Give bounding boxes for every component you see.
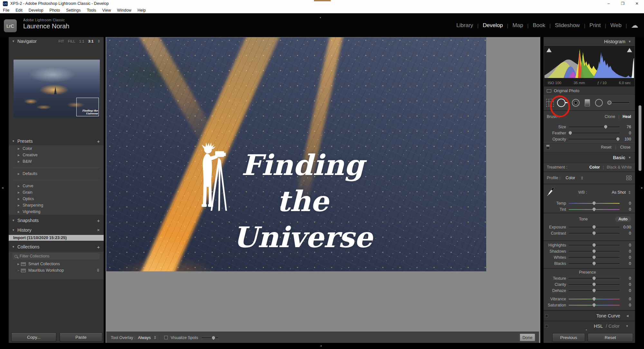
visualize-spots-checkbox[interactable] [164, 336, 168, 339]
preset-group-defaults[interactable]: ▶Defaults [9, 170, 104, 177]
zoom-ratio-selector-icon[interactable]: ⇕ [97, 39, 100, 44]
highlights-slider[interactable] [569, 243, 620, 247]
tint-slider-knob[interactable] [592, 207, 596, 211]
dehaze-slider-knob[interactable] [592, 288, 596, 293]
add-collection-icon[interactable]: + [97, 244, 100, 250]
visualize-spots-slider[interactable] [202, 336, 218, 340]
whites-slider[interactable] [569, 255, 620, 259]
original-photo-icon[interactable] [547, 89, 551, 92]
menu-view[interactable]: View [102, 8, 111, 13]
navigator-preview[interactable]: Finding the Universe [14, 60, 100, 118]
red-eye-tool-icon[interactable] [572, 99, 580, 107]
reset-button[interactable]: Reset [588, 333, 633, 342]
graduated-filter-tool-icon[interactable] [585, 99, 590, 106]
add-preset-icon[interactable]: + [97, 139, 100, 144]
minimize-button[interactable]: – [601, 0, 616, 7]
size-slider-knob[interactable] [603, 124, 608, 129]
preset-group-bw[interactable]: ▶B&W [9, 158, 104, 165]
dehaze-slider[interactable] [569, 288, 620, 293]
restore-button[interactable]: ❐ [616, 0, 630, 7]
saturation-slider[interactable] [569, 303, 620, 307]
panel-toggle-icon[interactable] [545, 325, 548, 328]
opacity-slider[interactable] [569, 137, 620, 141]
feather-slider[interactable] [569, 131, 620, 135]
treatment-color[interactable]: Color [589, 165, 600, 170]
paste-button[interactable]: Paste [60, 333, 102, 342]
profile-select-icon[interactable]: ⇕ [580, 176, 583, 180]
navigator-zoom-rect[interactable]: Finding the Universe [76, 98, 99, 116]
collections-header[interactable]: ▼ Collections + [9, 243, 104, 251]
history-header[interactable]: ▼ History ✕ [9, 226, 104, 234]
module-book[interactable]: Book [533, 22, 545, 29]
preset-group-curve[interactable]: ▶Curve [9, 183, 104, 189]
exposure-slider[interactable] [569, 225, 620, 229]
clarity-slider-knob[interactable] [592, 282, 596, 286]
profile-browser-icon[interactable] [626, 176, 632, 180]
zoom-fill[interactable]: FILL [68, 39, 75, 43]
right-panel-scrollbar[interactable] [639, 105, 641, 171]
contrast-slider-knob[interactable] [592, 231, 596, 235]
filmstrip-collapse-arrow[interactable]: ▴ [320, 344, 322, 347]
snapshots-header[interactable]: ▼ Snapshots + [9, 216, 104, 225]
menu-edit[interactable]: Edit [15, 8, 23, 13]
top-panel-collapse-arrow[interactable]: ▴ [320, 16, 321, 19]
adjustment-brush-tool-icon[interactable] [607, 101, 629, 105]
zoom-1-1[interactable]: 1:1 [79, 39, 84, 43]
panel-toggle-icon[interactable] [545, 315, 548, 317]
blacks-slider[interactable] [569, 261, 620, 266]
menu-window[interactable]: Window [117, 8, 131, 13]
auto-tone-button[interactable]: Auto [615, 216, 631, 222]
brush-mode-clone[interactable]: Clone [605, 114, 615, 119]
feather-slider-knob[interactable] [568, 131, 573, 135]
filter-collections-input[interactable]: Filter Collections [13, 253, 100, 259]
right-panel-collapse-arrow[interactable]: ▸ [641, 186, 643, 190]
menu-develop[interactable]: Develop [29, 8, 43, 13]
module-library[interactable]: Library [456, 22, 473, 29]
exposure-slider-knob[interactable] [592, 225, 596, 229]
tool-overlay-select[interactable]: Always [138, 335, 151, 340]
wb-select[interactable]: As Shot [612, 190, 626, 195]
module-slideshow[interactable]: Slideshow [555, 22, 580, 29]
zoom-3-1[interactable]: 3:1 [88, 39, 94, 43]
brush-close-button[interactable]: Close [620, 145, 630, 150]
photo-paris-aerial[interactable]: Finding the Universe [106, 37, 486, 271]
menu-tools[interactable]: Tools [87, 8, 96, 13]
size-slider[interactable] [569, 125, 620, 129]
cloud-sync-icon[interactable]: ☁ [631, 22, 638, 29]
done-button[interactable]: Done [520, 334, 535, 341]
clarity-slider[interactable] [569, 282, 620, 286]
tool-overlay-select-icon[interactable]: ⇕ [153, 335, 156, 340]
shadows-slider-knob[interactable] [592, 249, 596, 253]
navigator-header[interactable]: ▼ Navigator FIT FILL 1:1 3:1 ⇕ [9, 37, 104, 45]
treatment-black-white[interactable]: Black & White [607, 165, 632, 170]
copy-button[interactable]: Copy... [11, 333, 56, 342]
brush-mode-heal[interactable]: Heal [623, 114, 631, 119]
contrast-slider[interactable] [569, 231, 620, 235]
blacks-slider-knob[interactable] [592, 261, 596, 266]
tint-slider[interactable] [569, 207, 620, 211]
history-item-import[interactable]: Import (11/10/2020 15:23:25) [9, 235, 104, 241]
texture-slider[interactable] [569, 276, 620, 280]
module-map[interactable]: Map [513, 22, 523, 29]
whites-slider-knob[interactable] [592, 255, 596, 259]
vibrance-slider[interactable] [569, 297, 620, 301]
texture-slider-knob[interactable] [592, 276, 596, 280]
menu-file[interactable]: File [3, 8, 9, 13]
hsl-color-panel-header[interactable]: HSL / Color ▼ [544, 321, 635, 331]
menu-photo[interactable]: Photo [50, 8, 60, 13]
histogram-display[interactable]: ISO 100 35 mm ƒ / 10 6.0 sec [544, 46, 634, 86]
saturation-slider-knob[interactable] [592, 303, 596, 307]
presets-header[interactable]: ▼ Presets + [9, 137, 104, 145]
preset-group-color[interactable]: ▶Color [9, 145, 104, 152]
module-develop[interactable]: Develop [483, 22, 503, 29]
preset-group-optics[interactable]: ▶Optics [9, 196, 104, 202]
temp-slider-knob[interactable] [592, 201, 596, 205]
temp-slider[interactable] [569, 201, 620, 205]
left-panel-collapse-arrow[interactable]: ◂ [2, 186, 4, 190]
shadows-slider[interactable] [569, 249, 620, 253]
panel-end-arrow[interactable]: ▴ [586, 328, 587, 331]
vibrance-slider-knob[interactable] [592, 296, 596, 301]
preset-group-sharpening[interactable]: ▶Sharpening [9, 202, 104, 208]
radial-filter-tool-icon[interactable] [595, 99, 603, 107]
module-print[interactable]: Print [590, 22, 601, 29]
